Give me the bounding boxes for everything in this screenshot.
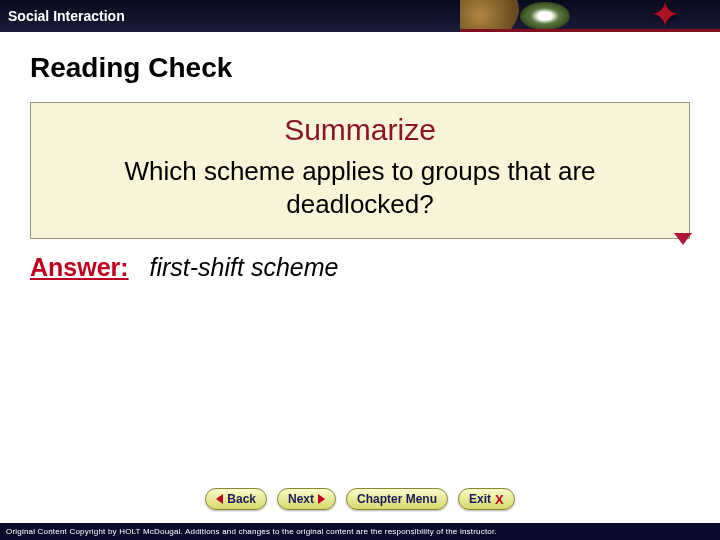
chevron-right-icon: [318, 494, 325, 504]
decor-star-icon: ✦: [650, 0, 690, 32]
decor-eye: [520, 2, 570, 30]
reveal-marker-icon[interactable]: [674, 233, 692, 245]
answer-label: Answer:: [30, 253, 129, 281]
header-bar: Social Interaction ✦: [0, 0, 720, 32]
section-title: Reading Check: [30, 52, 690, 84]
summarize-heading: Summarize: [51, 113, 669, 147]
back-label: Back: [227, 492, 256, 506]
exit-button[interactable]: Exit X: [458, 488, 515, 510]
answer-row: Answer: first-shift scheme: [30, 251, 690, 284]
summarize-question: Which scheme applies to groups that are …: [51, 155, 669, 220]
decor-underline: [460, 29, 720, 32]
footer-copyright: Original Content Copyright by HOLT McDou…: [0, 523, 720, 540]
chevron-left-icon: [216, 494, 223, 504]
chapter-menu-label: Chapter Menu: [357, 492, 437, 506]
close-icon: X: [495, 492, 504, 507]
next-button[interactable]: Next: [277, 488, 336, 510]
header-decoration: ✦: [460, 0, 720, 32]
answer-value: first-shift scheme: [150, 253, 339, 281]
slide-content: Reading Check Summarize Which scheme app…: [0, 32, 720, 284]
chapter-menu-button[interactable]: Chapter Menu: [346, 488, 448, 510]
exit-label: Exit: [469, 492, 491, 506]
next-label: Next: [288, 492, 314, 506]
chapter-title: Social Interaction: [0, 8, 125, 24]
back-button[interactable]: Back: [205, 488, 267, 510]
answer-text: Answer: first-shift scheme: [30, 251, 690, 284]
nav-bar: Back Next Chapter Menu Exit X: [0, 488, 720, 510]
decor-swoosh: [460, 0, 528, 32]
summarize-box: Summarize Which scheme applies to groups…: [30, 102, 690, 239]
